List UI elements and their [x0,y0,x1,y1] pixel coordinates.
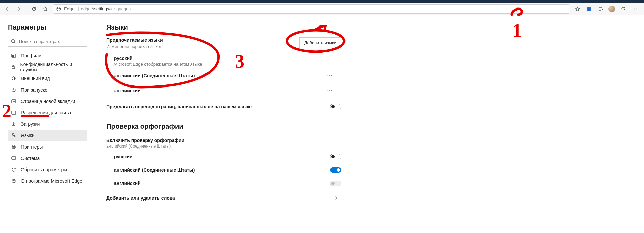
home-button[interactable] [40,4,51,14]
search-input[interactable] [8,36,87,47]
sidebar-item-label: Загрузки [21,121,40,127]
sidebar-item-printers[interactable]: Принтеры [8,141,87,153]
language-sub: Microsoft Edge отображается на этом язык… [114,62,325,67]
language-row: английский (Соединенные Штаты) ··· [106,68,335,83]
url-prefix: edge:// [81,6,94,11]
sidebar-item-label: Принтеры [21,144,43,150]
language-row: английский ··· [106,83,335,98]
edge-icon [56,6,61,12]
svg-rect-11 [12,100,16,103]
sidebar-item-startup[interactable]: При запуске [8,84,87,96]
settings-main: Языки Предпочитаемые языки Изменение пор… [92,15,644,233]
svg-rect-12 [12,111,16,114]
download-icon [11,121,17,127]
languages-heading: Языки [106,23,644,31]
back-button[interactable] [2,4,13,14]
favorites-list-icon[interactable] [595,4,606,14]
sidebar-item-label: Языки [21,133,35,138]
language-name: английский (Соединенные Штаты) [114,73,325,78]
sidebar-item-reset[interactable]: Сбросить параметры [8,164,87,175]
settings-sidebar: Параметры Профили Конфиденциальность и с… [0,15,92,233]
sidebar-search [8,36,87,47]
sidebar-item-label: Конфиденциальность и службы [20,62,85,72]
sidebar-item-permissions[interactable]: Разрешения для сайта [8,107,87,118]
language-more-button[interactable]: ··· [325,88,335,94]
sidebar-item-label: Профили [21,53,41,58]
printer-icon [11,144,17,150]
permissions-icon [11,110,17,116]
languages-icon [11,132,17,138]
language-row: русский Microsoft Edge отображается на э… [106,54,335,68]
newtab-icon [11,98,17,104]
lock-icon [11,64,16,70]
language-name: русский [114,56,325,61]
sidebar-item-downloads[interactable]: Загрузки [8,118,87,130]
sidebar-heading: Параметры [8,23,87,31]
add-remove-words-label: Добавить или удалить слова [106,195,331,201]
sidebar-item-profiles[interactable]: Профили [8,50,87,61]
language-name: английский [114,88,325,93]
spellcheck-lang-label: английский [114,181,321,186]
sidebar-item-label: Сбросить параметры [21,167,67,172]
sidebar-item-label: Разрешения для сайта [21,110,71,115]
svg-rect-16 [12,157,16,159]
system-icon [11,155,17,161]
url-suffix: /languages [109,6,131,11]
sidebar-item-about[interactable]: О программе Microsoft Edge [8,175,87,187]
spellcheck-toggle-ru[interactable] [330,154,341,159]
sidebar-item-label: О программе Microsoft Edge [21,178,82,184]
sidebar-item-label: Внешний вид [21,76,50,81]
profile-avatar[interactable] [606,4,617,14]
more-menu-button[interactable] [629,4,640,14]
search-icon [11,39,16,44]
language-more-button[interactable]: ··· [325,58,335,64]
edge-about-icon [11,178,17,184]
svg-rect-9 [12,67,15,69]
sidebar-item-privacy[interactable]: Конфиденциальность и службы [8,61,87,73]
svg-point-5 [636,8,637,9]
spellcheck-heading: Проверка орфографии [106,123,644,130]
translate-icon[interactable]: а [584,4,594,14]
preferred-languages-sub: Изменение порядка языков [106,44,299,49]
site-label: Edge [64,6,74,11]
svg-point-4 [634,8,635,9]
sidebar-item-label: Система [21,156,40,161]
browser-toolbar: Edge | edge://settings/languages а [0,3,644,15]
add-remove-words-chevron[interactable] [331,196,341,200]
refresh-button[interactable] [28,4,40,14]
extensions-icon[interactable] [618,4,629,14]
profile-icon [11,53,17,59]
offer-translate-toggle[interactable] [330,104,341,109]
sidebar-item-system[interactable]: Система [8,153,87,164]
svg-point-6 [12,40,15,43]
sidebar-item-label: Страница новой вкладки [21,99,75,104]
sidebar-item-newtab[interactable]: Страница новой вкладки [8,96,87,107]
preferred-languages-title: Предпочитаемые языки [106,37,299,43]
sidebar-item-languages[interactable]: Языки [8,130,87,141]
url-mid: settings [94,6,109,11]
sidebar-item-label: При запуске [21,87,47,93]
spellcheck-lang-label: английский (Соединенные Штаты) [114,167,321,173]
appearance-icon [11,75,17,81]
add-languages-button[interactable]: Добавить языки [299,37,341,48]
address-bar[interactable]: Edge | edge://settings/languages [53,4,570,14]
svg-point-3 [633,8,634,9]
spellcheck-lang-label: русский [114,154,321,159]
offer-translate-label: Предлагать перевод страниц, написанных н… [106,104,321,109]
svg-text:а: а [588,8,590,11]
enable-spellcheck-title: Включить проверку орфографии [106,138,341,143]
window-title-bar [0,0,644,3]
svg-rect-14 [13,145,15,146]
svg-point-8 [13,55,14,56]
language-more-button[interactable]: ··· [325,73,335,79]
enable-spellcheck-sub: английский (Соединенные Штаты) [106,144,341,149]
sidebar-item-appearance[interactable]: Внешний вид [8,73,87,84]
reset-icon [11,167,17,173]
forward-button[interactable] [13,4,25,14]
spellcheck-toggle-en[interactable] [330,181,341,186]
spellcheck-toggle-enus[interactable] [330,167,341,173]
favorite-star-icon[interactable] [572,4,583,14]
power-icon [11,87,17,93]
